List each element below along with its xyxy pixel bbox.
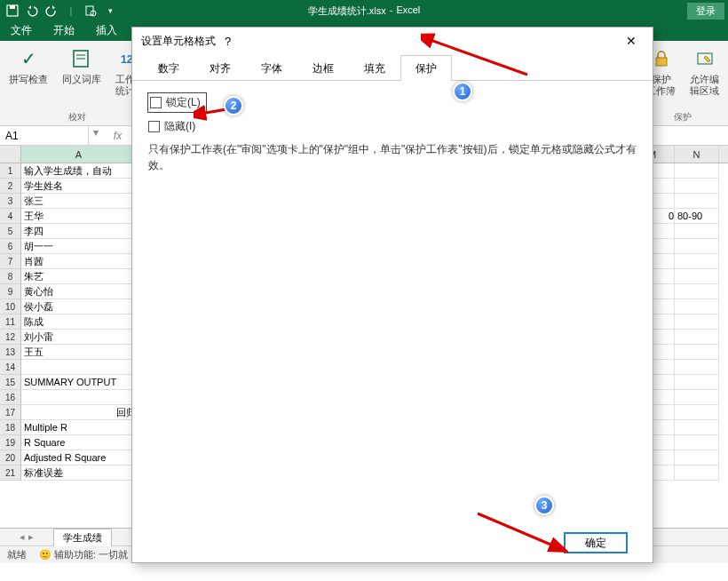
allow-edit-button[interactable]: 允许编 辑区域 bbox=[686, 44, 723, 111]
row-header[interactable]: 17 bbox=[0, 405, 21, 420]
row-header[interactable]: 4 bbox=[0, 209, 21, 224]
sheet-nav[interactable]: ◂ ▸ bbox=[0, 531, 53, 543]
cell[interactable]: 王五 bbox=[21, 345, 137, 360]
spell-check-button[interactable]: ✓ 拼写检查 bbox=[5, 44, 51, 111]
cell[interactable]: R Square bbox=[21, 435, 137, 450]
cell[interactable] bbox=[675, 269, 719, 284]
row-header[interactable]: 5 bbox=[0, 224, 21, 239]
redo-icon[interactable] bbox=[44, 4, 59, 18]
cell[interactable] bbox=[675, 314, 719, 330]
cell[interactable] bbox=[675, 435, 719, 450]
cell[interactable] bbox=[675, 420, 719, 435]
cell[interactable]: 胡一一 bbox=[21, 239, 137, 254]
row-header[interactable]: 7 bbox=[0, 254, 21, 269]
row-header[interactable]: 1 bbox=[0, 163, 21, 179]
cell[interactable]: 输入学生成绩，自动 bbox=[21, 163, 137, 179]
cell[interactable]: Multiple R bbox=[21, 420, 137, 435]
row-header[interactable]: 16 bbox=[0, 390, 21, 405]
row-header[interactable]: 14 bbox=[0, 360, 21, 375]
ok-button[interactable]: 确定 bbox=[564, 532, 628, 553]
row-header[interactable]: 13 bbox=[0, 345, 21, 360]
cell[interactable] bbox=[675, 375, 719, 390]
cell[interactable] bbox=[675, 254, 719, 269]
tab-alignment[interactable]: 对齐 bbox=[194, 55, 246, 81]
name-box[interactable]: A1 bbox=[0, 126, 89, 145]
cell[interactable] bbox=[675, 390, 719, 405]
select-all-corner[interactable] bbox=[0, 146, 21, 163]
cell[interactable]: 侯小磊 bbox=[21, 299, 137, 314]
cell[interactable]: 朱艺 bbox=[21, 269, 137, 284]
cell[interactable]: 标准误差 bbox=[21, 466, 137, 481]
cell[interactable] bbox=[675, 179, 719, 194]
cell[interactable] bbox=[675, 284, 719, 299]
cell[interactable] bbox=[21, 390, 137, 405]
cell[interactable] bbox=[675, 405, 719, 420]
row-header[interactable]: 2 bbox=[0, 179, 21, 194]
dialog-titlebar[interactable]: 设置单元格格式 ? ✕ bbox=[132, 28, 653, 54]
cell[interactable]: 学生姓名 bbox=[21, 179, 137, 194]
cell[interactable]: 回归 bbox=[21, 405, 137, 420]
tab-insert[interactable]: 插入 bbox=[85, 20, 128, 41]
row-header[interactable]: 6 bbox=[0, 239, 21, 254]
cell[interactable]: 80-90 bbox=[675, 209, 719, 224]
cell[interactable] bbox=[675, 360, 719, 375]
row-header[interactable]: 18 bbox=[0, 420, 21, 435]
save-icon[interactable] bbox=[5, 4, 20, 18]
hide-checkbox[interactable] bbox=[148, 121, 160, 132]
cell[interactable] bbox=[675, 194, 719, 209]
cell[interactable] bbox=[675, 330, 719, 345]
tab-border[interactable]: 边框 bbox=[297, 55, 349, 81]
tab-fill[interactable]: 填充 bbox=[349, 55, 400, 81]
cell[interactable]: 刘小雷 bbox=[21, 330, 137, 345]
undo-icon[interactable] bbox=[25, 4, 39, 18]
row-header[interactable]: 3 bbox=[0, 194, 21, 209]
tab-number[interactable]: 数字 bbox=[143, 55, 194, 81]
name-box-dropdown-icon[interactable]: ▾ bbox=[89, 126, 103, 145]
cell[interactable] bbox=[675, 450, 719, 466]
cell[interactable]: 肖茜 bbox=[21, 254, 137, 269]
help-button[interactable]: ? bbox=[216, 35, 240, 48]
qat-separator: | bbox=[64, 4, 78, 18]
cell[interactable] bbox=[675, 224, 719, 239]
row-header[interactable]: 20 bbox=[0, 450, 21, 466]
cell[interactable] bbox=[675, 163, 719, 179]
row-header[interactable]: 11 bbox=[0, 314, 21, 330]
cell[interactable] bbox=[675, 345, 719, 360]
cell[interactable] bbox=[675, 299, 719, 314]
cell[interactable] bbox=[21, 360, 137, 375]
print-preview-icon[interactable] bbox=[83, 4, 98, 18]
row-header[interactable]: 12 bbox=[0, 330, 21, 345]
tab-home[interactable]: 开始 bbox=[43, 20, 85, 41]
row-header[interactable]: 19 bbox=[0, 435, 21, 450]
col-N[interactable]: N bbox=[675, 146, 719, 163]
col-A[interactable]: A bbox=[21, 146, 137, 163]
thesaurus-icon bbox=[69, 46, 94, 71]
row-header[interactable]: 9 bbox=[0, 284, 21, 299]
fx-icon[interactable]: fx bbox=[103, 126, 133, 145]
lock-checkbox[interactable] bbox=[150, 97, 162, 108]
cell[interactable]: 张三 bbox=[21, 194, 137, 209]
qat-customize-icon[interactable]: ▾ bbox=[103, 4, 117, 18]
row-header[interactable]: 21 bbox=[0, 466, 21, 481]
cell[interactable]: Adjusted R Square bbox=[21, 450, 137, 466]
sheet-tab-active[interactable]: 学生成绩 bbox=[53, 529, 112, 546]
lock-checkbox-row[interactable]: 锁定(L) bbox=[148, 93, 206, 112]
thesaurus-button[interactable]: 同义词库 bbox=[59, 44, 105, 111]
tab-protection[interactable]: 保护 bbox=[400, 55, 452, 81]
tab-font[interactable]: 字体 bbox=[246, 55, 297, 81]
cell[interactable]: 王华 bbox=[21, 209, 137, 224]
tab-file[interactable]: 文件 bbox=[0, 20, 43, 41]
cell[interactable] bbox=[675, 239, 719, 254]
cell[interactable]: 黄心怡 bbox=[21, 284, 137, 299]
cell[interactable] bbox=[675, 466, 719, 481]
cell[interactable]: 陈成 bbox=[21, 314, 137, 330]
cell[interactable]: SUMMARY OUTPUT bbox=[21, 375, 137, 390]
cell[interactable]: 李四 bbox=[21, 224, 137, 239]
row-header[interactable]: 15 bbox=[0, 375, 21, 390]
login-button[interactable]: 登录 bbox=[687, 3, 724, 20]
row-header[interactable]: 10 bbox=[0, 299, 21, 314]
close-button[interactable]: ✕ bbox=[619, 34, 644, 48]
hide-checkbox-row[interactable]: 隐藏(I) bbox=[148, 119, 637, 134]
row-header[interactable]: 8 bbox=[0, 269, 21, 284]
dialog-title: 设置单元格格式 bbox=[141, 34, 216, 49]
